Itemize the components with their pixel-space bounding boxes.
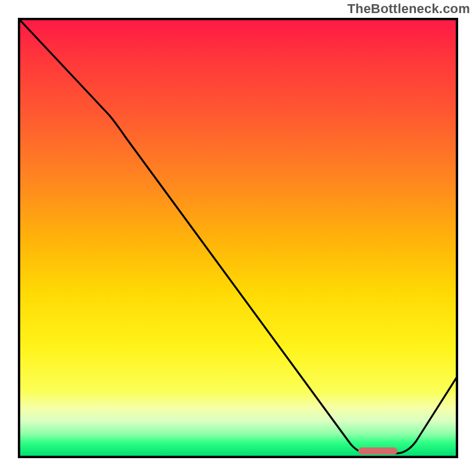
chart-plot-area — [18, 18, 458, 458]
curve-path — [20, 20, 456, 453]
watermark-text: TheBottleneck.com — [347, 1, 470, 17]
optimal-range-marker — [358, 447, 397, 455]
bottleneck-curve — [20, 20, 456, 456]
